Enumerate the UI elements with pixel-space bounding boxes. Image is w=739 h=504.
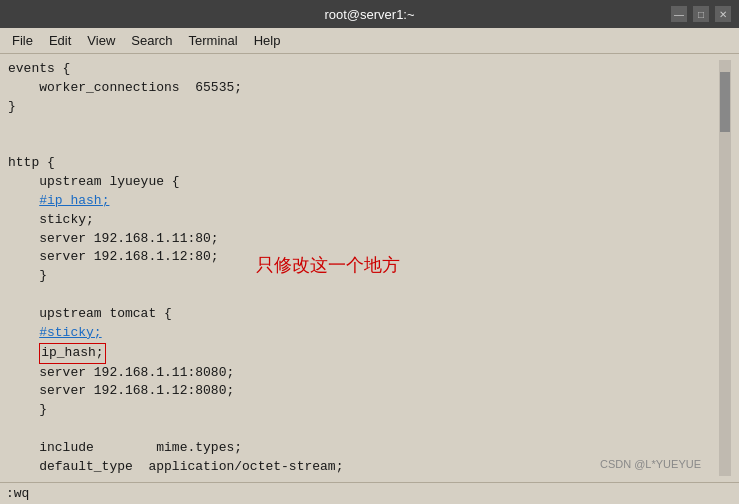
line-ip-hash-comment: #ip_hash; <box>8 193 109 208</box>
minimize-button[interactable]: — <box>671 6 687 22</box>
line-http-open: http { <box>8 155 55 170</box>
scrollbar-thumb[interactable] <box>720 72 730 132</box>
maximize-button[interactable]: □ <box>693 6 709 22</box>
line-upstream-tomcat: upstream tomcat { <box>8 306 172 321</box>
line-upstream-lyue: upstream lyueyue { <box>8 174 180 189</box>
code-block: events { worker_connections 65535; } htt… <box>8 60 719 476</box>
line-upstream-lyue-close: } <box>8 268 47 283</box>
status-bar: :wq <box>0 482 739 504</box>
window-controls: — □ ✕ <box>671 6 731 22</box>
watermark: CSDN @L*YUEYUE <box>600 458 701 470</box>
line-server3: server 192.168.1.11:8080; <box>8 365 234 380</box>
scrollbar[interactable] <box>719 60 731 476</box>
terminal-content: events { worker_connections 65535; } htt… <box>8 60 719 476</box>
line-default-type: default_type application/octet-stream; <box>8 459 343 474</box>
line-server1: server 192.168.1.11:80; <box>8 231 219 246</box>
line-server4: server 192.168.1.12:8080; <box>8 383 234 398</box>
sticky-blue: #sticky; <box>39 325 101 340</box>
terminal-window: root@server1:~ — □ ✕ File Edit View Sear… <box>0 0 739 504</box>
close-button[interactable]: ✕ <box>715 6 731 22</box>
menu-bar: File Edit View Search Terminal Help <box>0 28 739 54</box>
line-include: include mime.types; <box>8 440 242 455</box>
line-worker: worker_connections 65535; <box>8 80 242 95</box>
menu-file[interactable]: File <box>4 31 41 50</box>
line-sticky-comment: #sticky; <box>8 325 102 340</box>
ip-hash-boxed: ip_hash; <box>39 343 105 364</box>
menu-edit[interactable]: Edit <box>41 31 79 50</box>
menu-terminal[interactable]: Terminal <box>181 31 246 50</box>
line-tomcat-close: } <box>8 402 47 417</box>
line-events-open: events { <box>8 61 70 76</box>
status-text: :wq <box>6 486 29 501</box>
line-events-close: } <box>8 99 16 114</box>
menu-help[interactable]: Help <box>246 31 289 50</box>
terminal-area[interactable]: events { worker_connections 65535; } htt… <box>0 54 739 482</box>
ip-hash-blue: #ip_hash; <box>39 193 109 208</box>
window-title: root@server1:~ <box>68 7 671 22</box>
menu-view[interactable]: View <box>79 31 123 50</box>
title-bar: root@server1:~ — □ ✕ <box>0 0 739 28</box>
line-sticky: sticky; <box>8 212 94 227</box>
line-ip-hash-boxed: ip_hash; <box>8 345 106 360</box>
menu-search[interactable]: Search <box>123 31 180 50</box>
line-server2: server 192.168.1.12:80; <box>8 249 219 264</box>
